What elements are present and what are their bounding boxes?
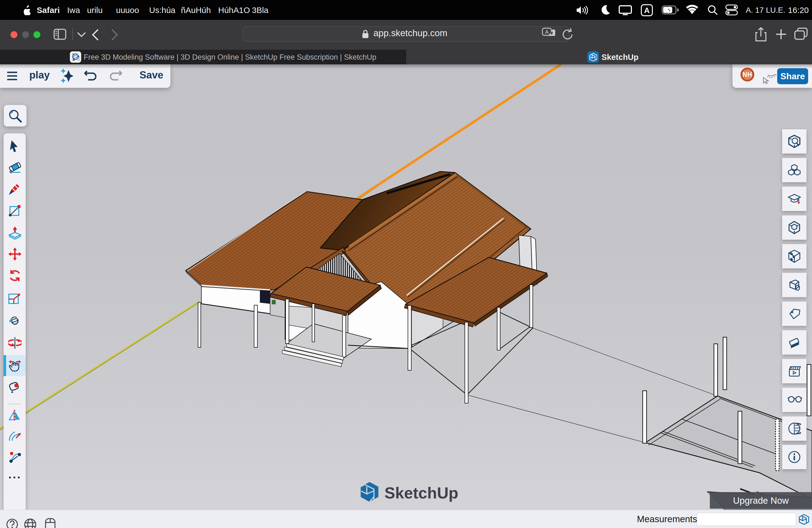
svg-text:A: A xyxy=(545,29,549,35)
svg-text:A: A xyxy=(644,6,650,15)
